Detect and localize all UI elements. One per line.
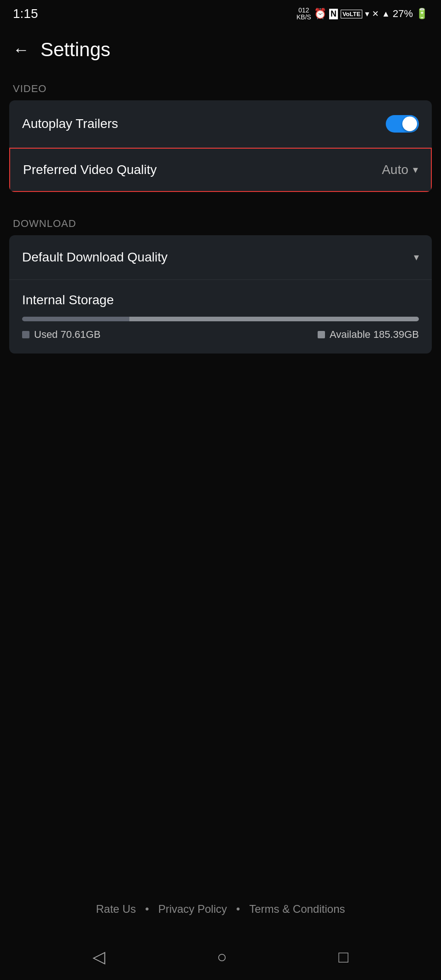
privacy-policy-link[interactable]: Privacy Policy	[158, 903, 227, 916]
header: ← Settings	[0, 26, 441, 74]
status-bar: 1:15 012 KB/S ⏰ N VoLTE ▾ ✕ ▲ 27% 🔋	[0, 0, 441, 26]
video-section-label: VIDEO	[0, 74, 441, 100]
storage-used-dot	[22, 331, 29, 338]
footer-dot-1: •	[145, 903, 149, 916]
wifi-icon: ▾	[365, 9, 369, 19]
terms-conditions-link[interactable]: Terms & Conditions	[249, 903, 345, 916]
nav-recent-icon[interactable]: □	[338, 947, 348, 967]
signal-icon: ✕	[372, 9, 379, 19]
status-time: 1:15	[13, 6, 38, 21]
autoplay-trailers-toggle[interactable]	[386, 115, 419, 133]
volte-icon: VoLTE	[341, 10, 362, 18]
chevron-down-icon: ▾	[414, 251, 419, 263]
storage-bar	[22, 317, 419, 321]
battery-icon: 🔋	[416, 8, 428, 20]
battery-percent: 27%	[393, 8, 413, 20]
storage-bar-available	[129, 317, 419, 321]
nfc-icon: N	[329, 9, 338, 19]
footer-dot-2: •	[236, 903, 240, 916]
data-speed: 012 KB/S	[296, 7, 311, 21]
status-icons: 012 KB/S ⏰ N VoLTE ▾ ✕ ▲ 27% 🔋	[296, 7, 428, 21]
storage-available-dot	[318, 331, 325, 338]
nav-bar: ◁ ○ □	[0, 934, 441, 980]
nav-back-icon[interactable]: ◁	[93, 947, 105, 967]
video-settings-card: Autoplay Trailers Preferred Video Qualit…	[9, 100, 432, 192]
download-section-label: DOWNLOAD	[0, 209, 441, 235]
default-download-quality-label: Default Download Quality	[22, 250, 168, 265]
footer: Rate Us • Privacy Policy • Terms & Condi…	[0, 893, 441, 925]
page-title: Settings	[41, 39, 110, 61]
chevron-down-icon: ▾	[413, 164, 418, 176]
storage-info: Used 70.61GB Available 185.39GB	[22, 329, 419, 341]
preferred-video-quality-value[interactable]: Auto ▾	[382, 162, 418, 177]
preferred-video-quality-row[interactable]: Preferred Video Quality Auto ▾	[9, 148, 432, 192]
internal-storage-row: Internal Storage Used 70.61GB Available …	[9, 280, 432, 354]
internal-storage-label: Internal Storage	[22, 293, 419, 307]
signal-bars-icon: ▲	[382, 9, 390, 19]
download-quality-dropdown[interactable]: ▾	[414, 251, 419, 263]
storage-bar-used	[22, 317, 129, 321]
back-button[interactable]: ←	[13, 41, 29, 58]
autoplay-trailers-row[interactable]: Autoplay Trailers	[9, 100, 432, 148]
rate-us-link[interactable]: Rate Us	[96, 903, 136, 916]
storage-available-label: Available 185.39GB	[330, 329, 419, 341]
nav-home-icon[interactable]: ○	[217, 947, 227, 967]
storage-used-info: Used 70.61GB	[22, 329, 100, 341]
alarm-icon: ⏰	[314, 8, 326, 20]
storage-available-info: Available 185.39GB	[318, 329, 419, 341]
preferred-video-quality-label: Preferred Video Quality	[23, 162, 157, 177]
download-settings-card: Default Download Quality ▾ Internal Stor…	[9, 235, 432, 354]
default-download-quality-row[interactable]: Default Download Quality ▾	[9, 235, 432, 280]
storage-used-label: Used 70.61GB	[34, 329, 100, 341]
autoplay-trailers-label: Autoplay Trailers	[22, 116, 118, 131]
toggle-knob	[402, 116, 417, 131]
